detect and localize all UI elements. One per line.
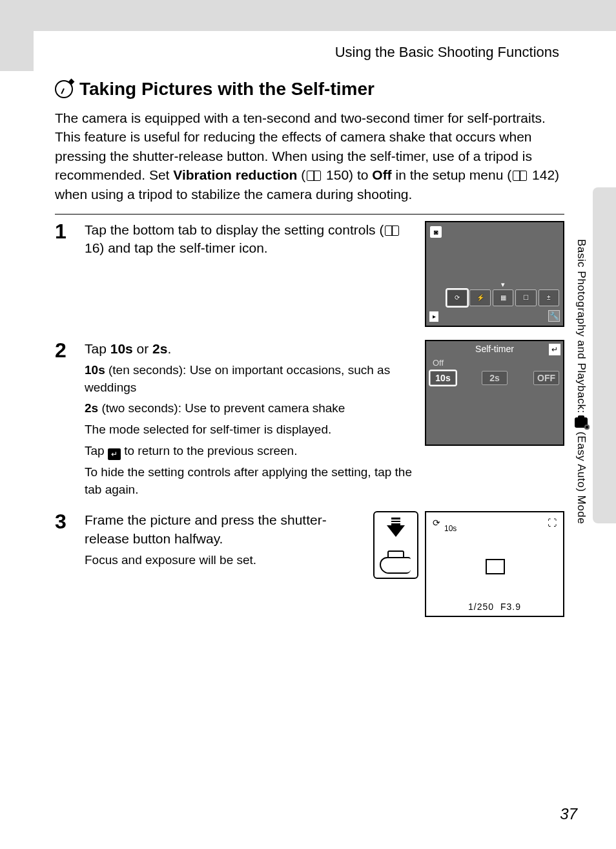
exposure-comp-chip: ± <box>539 289 559 306</box>
return-icon: ↵ <box>108 448 121 460</box>
step-number: 2 <box>55 340 73 498</box>
menu-header: Self-timer <box>429 342 560 355</box>
collapse-arrow-icon: ▾ <box>501 280 505 289</box>
easy-auto-camera-icon <box>575 417 588 428</box>
exposure-readout: 1/250 F3.9 <box>426 602 563 612</box>
option-10s: 10s <box>430 371 456 385</box>
manual-ref-icon <box>513 171 527 181</box>
step-number: 1 <box>55 221 73 327</box>
self-timer-indicator-icon: ⟳ <box>433 518 440 528</box>
camera-mode-icon: ◙ <box>430 226 442 238</box>
step-1-title: Tap the bottom tab to display the settin… <box>85 221 413 258</box>
page-title: Taking Pictures with the Self-timer <box>79 79 375 100</box>
flash-chip: ⚡ <box>469 289 490 306</box>
current-setting-label: Off <box>433 358 444 368</box>
section-header: Using the Basic Shooting Functions <box>55 44 559 61</box>
self-timer-chip: ⟳ <box>447 289 467 306</box>
page-number: 37 <box>560 805 577 823</box>
chapter-label-text-a: Basic Photography and Playback: <box>575 239 588 414</box>
step-number: 3 <box>55 511 73 617</box>
self-timer-icon <box>55 80 73 98</box>
lcd-screenshot-self-timer-menu: Self-timer ↵ Off 10s 2s OFF <box>425 340 564 446</box>
half-press-illustration <box>373 511 418 579</box>
option-2s: 2s <box>482 371 508 385</box>
focus-area-box <box>486 559 505 574</box>
manual-ref-icon <box>307 171 321 181</box>
setup-wrench-icon: 🔧 <box>548 310 560 322</box>
step-2-line5: To hide the setting controls after apply… <box>85 464 413 498</box>
image-mode-chip: ▦ <box>493 289 513 306</box>
chapter-label-text-b: (Easy Auto) Mode <box>575 432 588 524</box>
step-2-title: Tap 10s or 2s. <box>85 340 413 358</box>
chapter-tab <box>593 187 616 523</box>
lcd-screenshot-framing: ⟳ 10s ⛶ 1/250 F3.9 <box>425 511 564 617</box>
step-2-line3: The mode selected for self-timer is disp… <box>85 421 413 439</box>
self-timer-value: 10s <box>444 524 457 533</box>
option-off: OFF <box>533 371 559 385</box>
intro-paragraph: The camera is equipped with a ten-second… <box>55 109 564 204</box>
crop-icon: ⛶ <box>548 518 557 528</box>
step-3-title: Frame the picture and press the shutter-… <box>85 511 362 548</box>
touch-shooting-chip: ☐ <box>515 289 536 306</box>
step-1: 1 Tap the bottom tab to display the sett… <box>55 221 564 327</box>
step-2: 2 Tap 10s or 2s. 10s (ten seconds): Use … <box>55 340 564 498</box>
lcd-screenshot-controls: ◙ ▾ ⟳ ⚡ ▦ ☐ ± ▸ 🔧 <box>425 221 564 327</box>
step-2-line2: 2s (two seconds): Use to prevent camera … <box>85 400 413 417</box>
step-2-line1: 10s (ten seconds): Use on important occa… <box>85 362 413 396</box>
expand-arrow-icon: ▸ <box>429 311 438 322</box>
step-3-sub: Focus and exposure will be set. <box>85 552 362 569</box>
step-2-line4: Tap ↵ to return to the previous screen. <box>85 443 413 460</box>
back-icon: ↵ <box>549 344 560 355</box>
chapter-label: Basic Photography and Playback: (Easy Au… <box>575 239 588 524</box>
step-3: 3 Frame the picture and press the shutte… <box>55 511 564 617</box>
manual-ref-icon <box>385 225 399 236</box>
